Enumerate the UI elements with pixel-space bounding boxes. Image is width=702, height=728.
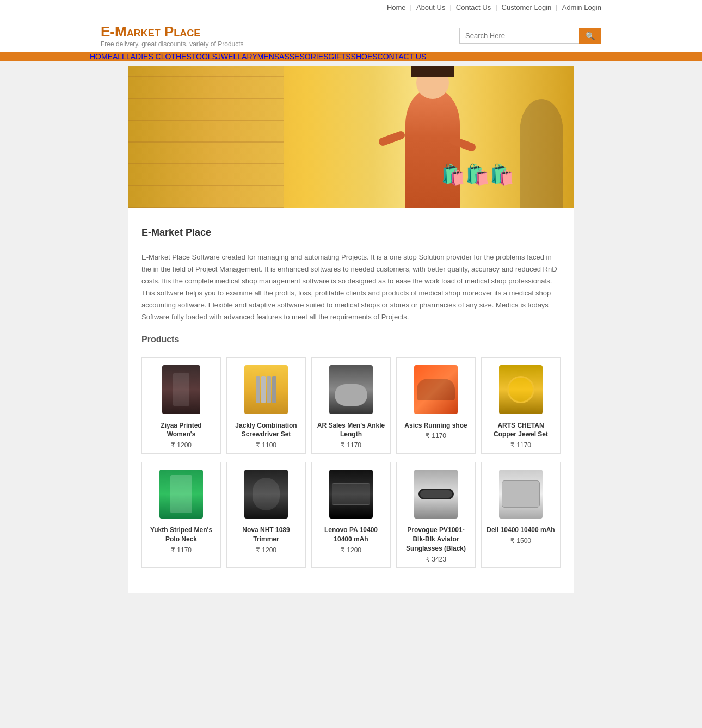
nav-assesories[interactable]: ASSESORIES (279, 52, 328, 61)
product-image-5 (146, 467, 216, 521)
product-price-6: ₹ 1200 (231, 546, 301, 554)
hero-banner: 🛍️🛍️🛍️ (128, 66, 574, 208)
search-button[interactable]: 🔍 (579, 28, 601, 44)
nav-gifts[interactable]: GIFTS (328, 52, 350, 61)
main-content: E-Market Place E-Market Place Software c… (128, 208, 574, 593)
topbar-customer-login-link[interactable]: Customer Login (502, 3, 552, 11)
nav-mens[interactable]: MENS (257, 52, 279, 61)
product-name-7: Lenovo PA 10400 10400 mAh (316, 526, 386, 544)
nav-all[interactable]: ALL (113, 52, 126, 61)
product-price-1: ₹ 1100 (231, 441, 301, 449)
products-section: Products Ziyaa Printed Women's ₹ 1200 (141, 335, 561, 568)
product-name-8: Provogue PV1001-Blk-Blk Aviator Sunglass… (401, 526, 471, 553)
product-card-3[interactable]: Asics Running shoe ₹ 1170 (396, 357, 476, 454)
product-image-2 (316, 362, 386, 417)
topbar-admin-login-link[interactable]: Admin Login (562, 3, 601, 11)
product-image-8 (401, 467, 471, 521)
top-bar-links: Home | About Us | Contact Us | Customer … (387, 3, 601, 11)
products-row-2: Yukth Striped Men's Polo Neck ₹ 1170 Nov… (141, 462, 561, 567)
nav-contact-us[interactable]: CONTACT US (378, 52, 427, 61)
logo: E-Market Place Free delivery, great disc… (101, 23, 244, 48)
product-card-7[interactable]: Lenovo PA 10400 10400 mAh ₹ 1200 (311, 462, 391, 567)
product-price-3: ₹ 1170 (401, 432, 471, 440)
topbar-about-link[interactable]: About Us (416, 3, 445, 11)
product-name-5: Yukth Striped Men's Polo Neck (146, 526, 216, 544)
product-image-6 (231, 467, 301, 521)
about-section: E-Market Place E-Market Place Software c… (141, 219, 561, 324)
product-price-5: ₹ 1170 (146, 546, 216, 554)
topbar-contact-link[interactable]: Contact Us (456, 3, 491, 11)
product-image-7 (316, 467, 386, 521)
product-card-9[interactable]: Dell 10400 10400 mAh ₹ 1500 (481, 462, 561, 567)
topbar-home-link[interactable]: Home (387, 3, 406, 11)
product-image-1 (231, 362, 301, 417)
about-divider (141, 243, 561, 243)
product-name-6: Nova NHT 1089 Trimmer (231, 526, 301, 544)
main-nav: HOME ALL LADIES CLOTHES TOOLS JWELLARY M… (90, 52, 612, 61)
product-price-4: ₹ 1170 (486, 441, 556, 449)
sep1: | (410, 3, 412, 11)
nav-ladies-clothes[interactable]: LADIES CLOTHES (126, 52, 192, 61)
product-name-4: ARTS CHETAN Copper Jewel Set (486, 421, 556, 440)
sep3: | (495, 3, 497, 11)
about-description: E-Market Place Software created for mana… (141, 251, 561, 324)
product-card-5[interactable]: Yukth Striped Men's Polo Neck ₹ 1170 (141, 462, 221, 567)
product-card-8[interactable]: Provogue PV1001-Blk-Blk Aviator Sunglass… (396, 462, 476, 567)
product-card-4[interactable]: ARTS CHETAN Copper Jewel Set ₹ 1170 (481, 357, 561, 454)
product-card-6[interactable]: Nova NHT 1089 Trimmer ₹ 1200 (226, 462, 306, 567)
product-price-2: ₹ 1170 (316, 441, 386, 449)
nav-tools[interactable]: TOOLS (192, 52, 217, 61)
product-name-1: Jackly Combination Screwdriver Set (231, 421, 301, 440)
product-price-7: ₹ 1200 (316, 546, 386, 554)
product-image-3 (401, 362, 471, 417)
product-image-4 (486, 362, 556, 417)
about-title: E-Market Place (141, 227, 561, 238)
products-title: Products (141, 335, 561, 344)
product-card-1[interactable]: Jackly Combination Screwdriver Set ₹ 110… (226, 357, 306, 454)
sep2: | (449, 3, 451, 11)
site-title: E-Market Place (101, 23, 244, 40)
product-name-3: Asics Running shoe (401, 421, 471, 430)
search-bar: 🔍 (459, 28, 601, 44)
product-name-0: Ziyaa Printed Women's (146, 421, 216, 440)
product-card-0[interactable]: Ziyaa Printed Women's ₹ 1200 (141, 357, 221, 454)
product-image-0 (146, 362, 216, 417)
product-price-0: ₹ 1200 (146, 441, 216, 449)
nav-shoes[interactable]: SHOES (351, 52, 378, 61)
product-image-9 (486, 467, 556, 521)
products-row-1: Ziyaa Printed Women's ₹ 1200 (141, 357, 561, 454)
search-input[interactable] (459, 28, 579, 44)
product-price-9: ₹ 1500 (486, 537, 556, 545)
products-divider (141, 349, 561, 349)
nav-jwellary[interactable]: JWELLARY (217, 52, 257, 61)
product-name-2: AR Sales Men's Ankle Length (316, 421, 386, 440)
nav-home[interactable]: HOME (90, 52, 113, 61)
product-price-8: ₹ 3423 (401, 556, 471, 563)
product-card-2[interactable]: AR Sales Men's Ankle Length ₹ 1170 (311, 357, 391, 454)
site-subtitle: Free delivery, great discounts, variety … (101, 40, 244, 48)
sep4: | (556, 3, 557, 11)
product-name-9: Dell 10400 10400 mAh (486, 526, 556, 535)
